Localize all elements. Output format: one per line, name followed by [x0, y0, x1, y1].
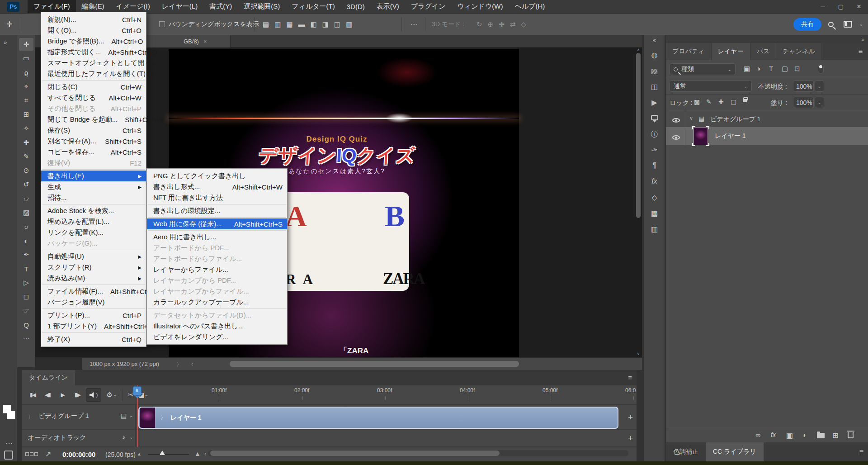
- shape-layer-filter-icon[interactable]: ▢: [782, 65, 788, 73]
- object-selection-tool[interactable]: ⌖: [19, 80, 33, 93]
- menu-item[interactable]: 1 部プリント(Y)Alt+Shift+Ctrl+P: [41, 321, 146, 332]
- clone-stamp-tool[interactable]: ⊙: [19, 164, 33, 177]
- glyphs-panel-icon[interactable]: ▦: [644, 209, 665, 218]
- pixel-layer-filter-icon[interactable]: ▣: [744, 65, 750, 73]
- type-layer-filter-icon[interactable]: T: [769, 65, 773, 72]
- layer-row-selected[interactable]: レイヤー 1: [666, 127, 868, 145]
- move-tool[interactable]: ✛: [19, 38, 33, 51]
- add-layer-mask-icon[interactable]: ▣: [786, 431, 793, 440]
- fill-chevron-icon[interactable]: ⌄: [815, 97, 824, 108]
- layer-filter-select[interactable]: 種類 ⌄: [670, 63, 736, 75]
- comments-panel-icon[interactable]: [644, 114, 665, 122]
- blur-tool[interactable]: ○: [19, 220, 33, 233]
- menu-8[interactable]: 3D(D): [341, 0, 371, 13]
- menu-item[interactable]: 閉じる(C)Ctrl+W: [41, 81, 146, 92]
- filter-toggle-switch[interactable]: [818, 64, 824, 74]
- new-adjustment-layer-icon[interactable]: ◑: [802, 431, 806, 439]
- tab-1[interactable]: プロパティ: [666, 43, 712, 60]
- menu-12[interactable]: ヘルプ(H): [509, 0, 551, 13]
- menu-item[interactable]: 自動処理(U)▶: [41, 251, 146, 262]
- actions-panel-icon[interactable]: ▶: [644, 98, 665, 107]
- layer-thumbnail[interactable]: [694, 128, 708, 145]
- path-selection-tool[interactable]: ▷: [19, 276, 33, 289]
- timeline-tab[interactable]: タイムライン: [22, 370, 75, 385]
- menu-item[interactable]: すべてを閉じるAlt+Ctrl+W: [41, 92, 146, 103]
- timeline-settings-icon[interactable]: ⚙⌄: [105, 389, 118, 401]
- align-icon-8[interactable]: ▥: [346, 20, 352, 28]
- lock-transparency-icon[interactable]: ▩: [694, 98, 700, 105]
- menu-11[interactable]: ウィンドウ(W): [452, 0, 509, 13]
- vertical-scrollbar-thumb[interactable]: [636, 53, 641, 218]
- previous-frame-button[interactable]: ◀▮: [41, 389, 54, 401]
- menu-10[interactable]: プラグイン: [405, 0, 452, 13]
- background-color-swatch[interactable]: [7, 411, 15, 419]
- menu-item[interactable]: バージョン履歴(V): [41, 297, 146, 308]
- menu-item[interactable]: 別名で保存(A)...Shift+Ctrl+S: [41, 136, 146, 147]
- fill-field[interactable]: 100%: [793, 97, 814, 108]
- align-icon-1[interactable]: ▤: [263, 20, 269, 28]
- expand-toolbar-icon[interactable]: »: [4, 39, 7, 46]
- bottom-panel-menu-icon[interactable]: ≡: [859, 448, 863, 456]
- type-tool[interactable]: T: [19, 262, 33, 275]
- menu-1[interactable]: ファイル(F): [28, 0, 76, 13]
- status-chevron-left-icon[interactable]: ‹: [191, 361, 193, 367]
- history-brush-tool[interactable]: ↺: [19, 178, 33, 191]
- menu-item[interactable]: 新規(N)...Ctrl+N: [41, 14, 146, 25]
- eraser-tool[interactable]: ▱: [19, 192, 33, 205]
- blend-mode-select[interactable]: 通常 ⌄: [670, 81, 752, 92]
- visibility-eye-icon[interactable]: [672, 117, 680, 124]
- lock-position-icon[interactable]: ✚: [718, 98, 724, 105]
- toolbar-more-icon[interactable]: ⋯: [5, 439, 13, 448]
- dodge-tool[interactable]: ◐: [19, 234, 33, 247]
- minimize-button[interactable]: ─: [814, 0, 832, 13]
- zoom-tool[interactable]: Q: [19, 318, 33, 331]
- menu-item[interactable]: リンクを配置(K)...: [41, 227, 146, 238]
- frame-tool[interactable]: ⊞: [19, 108, 33, 121]
- menu-item[interactable]: Illustrator へのパス書き出し...: [147, 321, 287, 332]
- info-panel-icon[interactable]: ⓘ: [644, 130, 665, 139]
- tab-3[interactable]: パス: [750, 43, 777, 60]
- visibility-eye-icon[interactable]: [672, 134, 680, 141]
- brush-tool[interactable]: ✎: [19, 150, 33, 163]
- adjustment-layer-filter-icon[interactable]: ◑: [756, 65, 760, 72]
- frame-view-icon[interactable]: [25, 452, 38, 456]
- zoom-level-field[interactable]: [35, 358, 82, 370]
- video-group-expand-icon[interactable]: 〉: [28, 413, 33, 421]
- menu-item[interactable]: コピーを保存...Alt+Ctrl+S: [41, 147, 146, 157]
- menu-3[interactable]: イメージ(I): [110, 0, 156, 13]
- opacity-chevron-icon[interactable]: ⌄: [815, 81, 824, 92]
- menu-item[interactable]: PNG としてクイック書き出し: [147, 171, 287, 181]
- more-options-button[interactable]: ⋯: [408, 14, 420, 35]
- shape-tool[interactable]: ◻: [19, 290, 33, 303]
- align-icon-4[interactable]: ▬: [298, 20, 305, 28]
- menu-item[interactable]: 生成▶: [41, 181, 146, 192]
- menu-9[interactable]: 表示(V): [371, 0, 405, 13]
- zoom-out-timeline-icon[interactable]: ▲: [137, 451, 142, 456]
- render-arrow-icon[interactable]: ↗: [45, 450, 51, 458]
- align-icon-3[interactable]: ▦: [286, 20, 292, 28]
- zoom-in-timeline-icon[interactable]: ▲: [194, 450, 201, 457]
- workspace-chevron-icon[interactable]: ⌄: [859, 14, 863, 35]
- lasso-tool[interactable]: ϱ: [19, 66, 33, 79]
- eyedropper-tool[interactable]: ✧: [19, 122, 33, 135]
- lock-all-icon[interactable]: [743, 96, 747, 104]
- menu-item[interactable]: 書き出しの環境設定...: [147, 205, 287, 216]
- quick-mask-icon[interactable]: [4, 451, 13, 460]
- menu-item[interactable]: スマートオブジェクトとして開く...: [41, 57, 146, 68]
- link-layers-icon[interactable]: ∞: [755, 431, 760, 439]
- menu-item[interactable]: 最近使用したファイルを開く(T)▶: [41, 68, 146, 79]
- healing-brush-tool[interactable]: ✚: [19, 136, 33, 149]
- menu-item[interactable]: 開く(O)...Ctrl+O: [41, 25, 146, 36]
- lock-pixels-icon[interactable]: ✎: [706, 98, 712, 105]
- opacity-field[interactable]: 100%: [793, 81, 814, 92]
- menu-item[interactable]: Aero 用に書き出し...: [147, 232, 287, 242]
- menu-item[interactable]: NFT 用に書き出す方法: [147, 192, 287, 203]
- menu-item[interactable]: 書き出し形式...Alt+Shift+Ctrl+W: [147, 181, 287, 192]
- video-group-track-header[interactable]: 〉 ビデオグループ 1 ▤ ⌄: [22, 405, 136, 429]
- close-button[interactable]: ✕: [850, 0, 868, 13]
- menu-item[interactable]: 書き出し(E)▶: [41, 171, 146, 181]
- restore-button[interactable]: ▢: [832, 0, 850, 13]
- edit-toolbar-icon[interactable]: ⋯: [19, 332, 33, 345]
- menu-7[interactable]: フィルター(T): [286, 0, 341, 13]
- audio-track-chevron-icon[interactable]: ⌄: [129, 435, 133, 440]
